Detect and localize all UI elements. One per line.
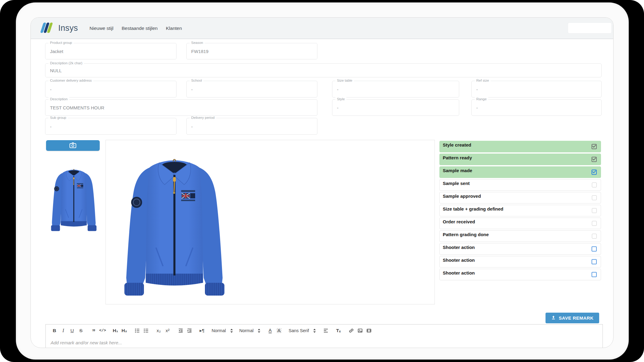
checkbox-icon[interactable] (592, 157, 597, 162)
clean-format-button[interactable]: Tₓ (334, 327, 343, 335)
checkbox-icon[interactable] (592, 144, 597, 149)
checklist-row[interactable]: Sample made (439, 166, 601, 178)
header-1-button[interactable]: H₁ (111, 327, 120, 335)
checkbox-icon[interactable] (592, 208, 597, 213)
checklist-row[interactable]: Pattern grading done (439, 230, 601, 242)
header-2-button[interactable]: H₂ (120, 327, 129, 335)
checkbox-icon[interactable] (592, 259, 597, 264)
checkbox-icon[interactable] (592, 247, 597, 252)
checklist-row[interactable]: Sample sent (439, 179, 601, 191)
checkbox-icon[interactable] (592, 221, 597, 226)
link-icon[interactable] (347, 327, 356, 335)
field-label: Sub group (48, 116, 68, 119)
field-product-group[interactable]: Product groupJacket (45, 43, 177, 59)
field-value: - (50, 87, 52, 92)
field-style[interactable]: Style- (332, 99, 459, 116)
align-icon[interactable] (321, 327, 330, 335)
checkbox-icon[interactable] (592, 183, 597, 187)
field-label: Range (475, 97, 488, 101)
outdent-icon[interactable] (176, 327, 185, 335)
field-size-table[interactable]: Size table- (332, 81, 459, 98)
remark-placeholder: Add remark and/or new task here... (51, 340, 122, 345)
checkbox-icon[interactable] (592, 234, 597, 239)
size-picker-value: Normal (212, 328, 226, 333)
checklist-row[interactable]: Style created (439, 141, 601, 152)
field-value: - (50, 124, 52, 129)
checklist-label: Shooter action (443, 257, 475, 263)
bold-button[interactable]: B (50, 327, 59, 335)
field-label: Description (48, 97, 69, 101)
field-label: Description (2k char) (48, 61, 84, 65)
checklist-row[interactable]: Shooter action (439, 269, 601, 280)
indent-icon[interactable] (185, 327, 194, 335)
field-value: FW1819 (191, 49, 209, 54)
header-picker[interactable]: Normal (238, 327, 262, 335)
field-sub-group[interactable]: Sub group- (45, 118, 177, 135)
product-thumbnail[interactable] (46, 161, 102, 234)
field-value: - (337, 105, 338, 110)
tablet-bezel: Insys Nieuwe stijl Bestaande stijlen Kla… (16, 2, 629, 360)
checklist-row[interactable]: Shooter action (439, 256, 601, 268)
nav-item-bestaande-stijlen[interactable]: Bestaande stijlen (122, 26, 158, 31)
nav-item-nieuwe-stijl[interactable]: Nieuwe stijl (90, 26, 113, 31)
field-range[interactable]: Range- (471, 99, 602, 116)
text-color-button[interactable]: A (269, 328, 272, 333)
editor-toolbar: B I U S ” </> H₁ H₂ (45, 324, 603, 337)
field-value: TEST COMMENTS HOUR (50, 105, 104, 110)
field-label: Customer delivery address (48, 79, 93, 82)
code-block-button[interactable]: </> (98, 327, 107, 335)
checklist-label: Sample made (443, 168, 472, 173)
font-picker[interactable]: Sans Serif (287, 327, 317, 335)
field-ref-size[interactable]: Ref size- (471, 81, 602, 98)
italic-button[interactable]: I (59, 327, 68, 335)
field-season[interactable]: SeasonFW1819 (186, 43, 317, 59)
field-label: Product group (48, 41, 73, 44)
field-value: - (476, 105, 478, 110)
checklist-label: Sample approved (443, 193, 481, 199)
checklist-label: Pattern grading done (443, 232, 489, 237)
text-direction-button[interactable]: ▸¶ (198, 327, 206, 335)
field-customer-delivery-address[interactable]: Customer delivery address- (45, 81, 177, 98)
checklist-row[interactable]: Sample approved (439, 192, 601, 204)
checklist-label: Order received (443, 219, 475, 224)
main-nav: Nieuwe stijl Bestaande stijlen Klanten (90, 26, 182, 31)
field-value: - (337, 87, 338, 92)
field-description-2k[interactable]: Description (2k char)NULL (45, 63, 602, 77)
checklist-row[interactable]: Shooter action (439, 243, 601, 255)
checklist-row[interactable]: Size table + grading defined (439, 205, 601, 216)
superscript-button[interactable]: x² (163, 327, 172, 335)
video-icon[interactable] (364, 327, 373, 335)
checklist-row[interactable]: Pattern ready (439, 154, 601, 165)
field-delivery-period[interactable]: Delivery period- (186, 118, 317, 135)
remark-editor[interactable]: Add remark and/or new task here... (45, 337, 603, 348)
product-photo (106, 140, 435, 304)
field-label: Season (190, 41, 205, 44)
take-photo-button[interactable] (46, 140, 100, 151)
subscript-button[interactable]: x₂ (154, 327, 163, 335)
blockquote-button[interactable]: ” (89, 325, 98, 336)
checkbox-icon[interactable] (592, 272, 597, 277)
field-label: Size table (335, 79, 354, 82)
background-color-button[interactable]: A (277, 328, 281, 333)
checkbox-icon[interactable] (592, 195, 597, 200)
app-window: Insys Nieuwe stijl Bestaande stijlen Kla… (30, 17, 614, 348)
size-picker[interactable]: Normal (210, 327, 234, 335)
checklist-label: Pattern ready (443, 155, 472, 160)
field-school[interactable]: School- (186, 81, 317, 98)
strike-button[interactable]: S (77, 327, 85, 335)
bullet-list-icon[interactable] (141, 327, 150, 335)
underline-button[interactable]: U (68, 327, 77, 335)
app-header: Insys Nieuwe stijl Bestaande stijlen Kla… (31, 18, 613, 39)
field-label: Style (335, 97, 346, 101)
field-value: Jacket (50, 49, 63, 54)
image-icon[interactable] (356, 327, 364, 335)
field-description[interactable]: DescriptionTEST COMMENTS HOUR (45, 99, 317, 116)
header-input[interactable] (568, 23, 611, 33)
nav-item-klanten[interactable]: Klanten (166, 26, 182, 31)
ordered-list-icon[interactable] (133, 327, 141, 335)
checklist-row[interactable]: Order received (439, 218, 601, 229)
save-remark-button[interactable]: SAVE REMARK (546, 313, 599, 323)
header-picker-value: Normal (239, 328, 254, 333)
picker-arrows-icon (313, 328, 316, 333)
checkbox-icon[interactable] (592, 170, 597, 175)
